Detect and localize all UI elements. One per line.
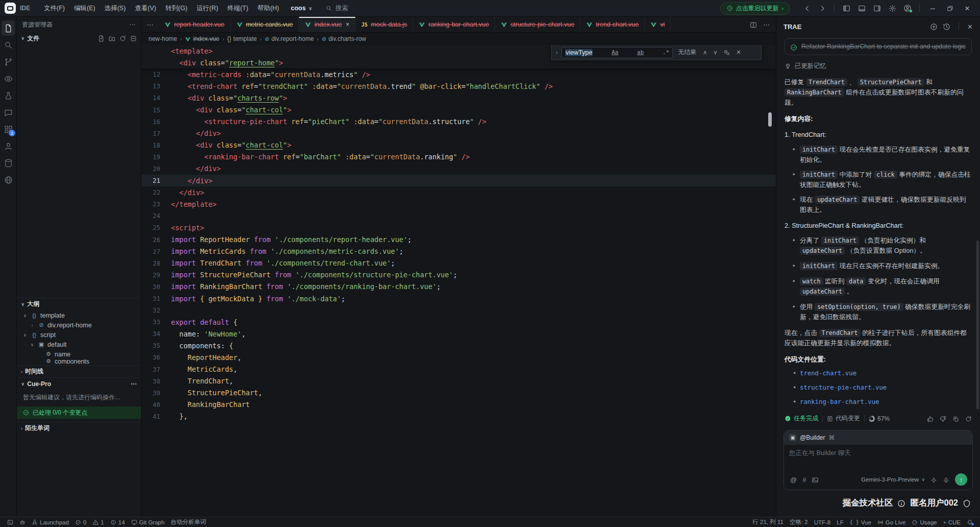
activity-comments-icon[interactable] [2,105,15,120]
outline-section-header[interactable]: ∨ 大纲 [17,298,141,310]
code-line-33[interactable]: 33export default { [141,316,776,328]
menu-编辑E[interactable]: 编辑(E) [69,2,100,15]
code-line-36[interactable]: 36 ReportHeader, [141,351,776,363]
activity-search-icon[interactable] [2,37,15,53]
statusbar-go-live[interactable]: Go Live [874,517,909,527]
code-line-17[interactable]: 17 </div> [141,128,776,139]
activity-preview-icon[interactable] [2,71,15,86]
breadcrumb-item-new-home[interactable]: new-home [149,35,177,42]
statusbar-usage[interactable]: Usage [909,517,940,527]
breadcrumb-item-index-vue[interactable]: index.vue [185,35,219,42]
code-line-39[interactable]: 39 StructurePieChart, [141,387,776,399]
statusbar-git-graph[interactable]: Git Graph [128,517,168,527]
outline-item-default[interactable]: ∨▣default [17,340,141,349]
close-panel-icon[interactable]: ✕ [967,23,973,31]
activity-explorer-icon[interactable] [2,20,15,36]
menu-运行R[interactable]: 运行(R) [192,2,223,15]
activity-testing-icon[interactable] [2,88,15,103]
code-line-16[interactable]: 16 <structure-pie-chart ref="pieChart" :… [141,116,776,128]
chat-scrollbar[interactable] [976,241,979,409]
find-previous-icon[interactable]: ∧ [701,49,708,56]
statusbar-auto-analyze-words[interactable]: 自动分析单词 [167,517,209,527]
tab-ranking-bar-chart-vue[interactable]: ranking-bar-chart.vue [413,17,495,32]
mention-icon[interactable]: @ [790,476,797,484]
toggle-sidebar-left-button[interactable] [840,2,853,14]
tab-vi[interactable]: vi [645,17,671,32]
code-changes-button[interactable]: 代码变更 [827,414,860,423]
statusbar-assistant-indicator[interactable] [16,517,29,527]
model-selector[interactable]: Gemini-3-Pro-Preview ∨ [861,476,925,483]
back-button[interactable] [800,2,814,14]
refresh-icon[interactable] [119,35,126,42]
outline-item-components[interactable]: ⚙components [17,359,141,364]
outline-item-div-report-home[interactable]: ›⊘div.report-home [17,320,141,330]
code-line-35[interactable]: 35 components: { [141,340,776,351]
mic-icon[interactable] [943,475,949,483]
code-line-14[interactable]: 14 <div class="charts-row"> [141,92,776,104]
code-line-28[interactable]: 28import TrendChart from './components/t… [141,257,776,269]
split-editor-icon[interactable] [750,20,757,29]
toggle-panel-button[interactable] [855,2,868,14]
account-icon[interactable] [901,2,914,14]
code-line-21[interactable]: 21 </div> [141,175,776,186]
more-actions-icon[interactable]: ⋯ [129,21,136,28]
code-line-22[interactable]: 22 </div> [141,186,776,198]
breadcrumb-item-div-report-home[interactable]: ⊘div.report-home [264,35,313,42]
more-actions-icon[interactable]: ⋯ [131,380,137,388]
agent-chip[interactable]: ▣ @Builder ⌘ [784,430,972,445]
statusbar-indentation[interactable]: 空格: 2 [787,517,811,527]
code-line-20[interactable]: 20 </div> [141,163,776,175]
code-line-19[interactable]: 19 <ranking-bar-chart ref="barChart" :da… [141,151,776,163]
cuepro-processed-bar[interactable]: 已处理 0/0 个变更点 [17,406,141,419]
code-line-38[interactable]: 38 TrendChart, [141,375,776,387]
outline-item-template[interactable]: ∨{}template [17,310,141,320]
history-icon[interactable] [943,22,950,31]
tab-metric-cards-vue[interactable]: metric-cards.vue [231,17,299,32]
regex-icon[interactable]: .* [663,49,669,56]
activity-account-view-icon[interactable] [2,138,15,154]
tab-overflow-icon[interactable]: ⋯ [141,17,159,32]
restore-button[interactable] [942,2,958,14]
breadcrumb-item-template[interactable]: {}template [227,35,257,42]
toggle-sidebar-right-button[interactable] [870,2,884,14]
code-line-26[interactable]: 26import ReportHeader from './components… [141,234,776,246]
restart-to-update-button[interactable]: 点击重启以更新 › [720,2,790,15]
tab-index-vue[interactable]: index.vue× [299,17,356,32]
statusbar-warnings[interactable]: 1 [89,517,107,527]
menu-查看V[interactable]: 查看(V) [130,2,161,15]
new-folder-icon[interactable] [109,35,115,42]
statusbar-terminal-indicator[interactable] [4,517,16,527]
activity-source-control-icon[interactable] [2,54,15,69]
code-line-37[interactable]: 37 MetricCards, [141,364,776,375]
outline-item-name[interactable]: ⚙name [17,349,141,359]
find-in-selection-icon[interactable] [722,49,731,56]
file-link[interactable]: trend-chart.vue [785,369,972,378]
tab-mock-data-js[interactable]: JSmock-data.js [356,17,413,32]
project-switcher[interactable]: coos ∨ [291,5,312,12]
tab-structure-pie-chart-vue[interactable]: structure-pie-chart.vue [495,17,580,32]
code-line-29[interactable]: 29import StructurePieChart from './compo… [141,269,776,281]
menu-转到G[interactable]: 转到(G) [161,2,192,15]
close-tab-icon[interactable]: × [346,21,350,28]
hash-icon[interactable]: # [802,476,806,484]
code-line-18[interactable]: 18 <div class="chart-col"> [141,139,776,151]
timeline-section-header[interactable]: › 时间线 [17,365,141,377]
file-link[interactable]: ranking-bar-chart.vue [785,397,972,407]
statusbar-cursor-position[interactable]: 行 21, 列 11 [749,517,787,527]
tab-report-header-vue[interactable]: report-header.vue [159,17,231,32]
cuepro-section-header[interactable]: ∨ Cue-Pro ⋯ [17,377,141,390]
words-section-header[interactable]: › 陌生单词 [17,422,141,434]
attach-image-icon[interactable] [812,475,819,484]
code-area[interactable]: <template> <div class="report-home">12 <… [141,45,776,517]
statusbar-notifications[interactable] [964,517,976,527]
code-line-30[interactable]: 30import RankingBarChart from './compone… [141,281,776,293]
statusbar-eol[interactable]: LF [834,517,846,527]
code-line-13[interactable]: 13 <trend-chart ref="trendChart" :data="… [141,80,776,92]
collapse-all-icon[interactable] [130,35,137,42]
minimize-button[interactable]: ─ [925,2,940,14]
code-line-23[interactable]: 23</template> [141,198,776,210]
chat-composer[interactable]: ▣ @Builder ⌘ 您正在与 Builder 聊天 @ # Gemini-… [783,430,973,490]
match-case-icon[interactable]: Aa [611,49,618,56]
chat-input[interactable]: 您正在与 Builder 聊天 [784,445,972,472]
whole-word-icon[interactable]: ab [637,49,644,56]
